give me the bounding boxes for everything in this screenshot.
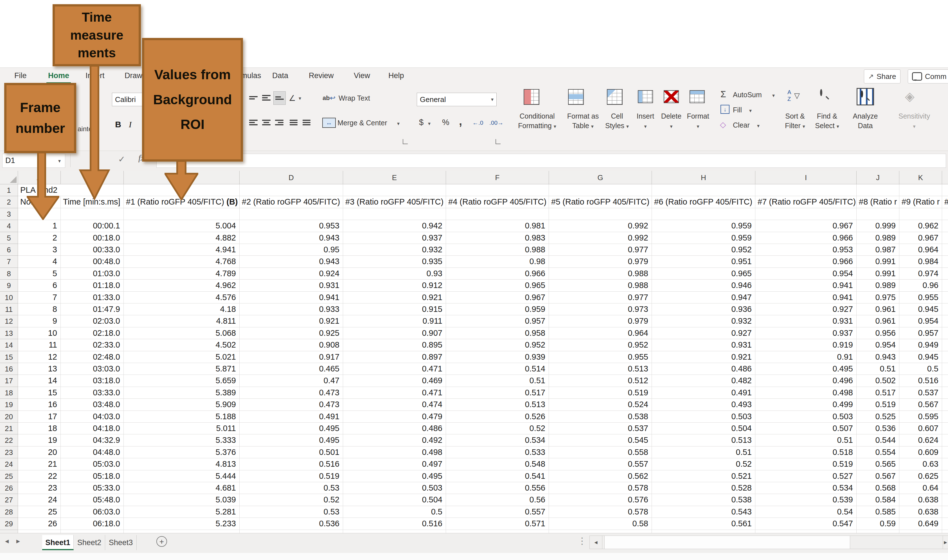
cell-A15[interactable]: 12 — [18, 351, 61, 363]
middle-align-button[interactable] — [260, 91, 272, 104]
cell-C25[interactable]: 5.444 — [124, 470, 239, 482]
cell-F21[interactable]: 0.52 — [446, 423, 549, 434]
hscroll-left-arrow[interactable]: ◂ — [590, 535, 602, 549]
cell-E28[interactable]: 0.5 — [343, 506, 446, 518]
cell-F17[interactable]: 0.51 — [446, 375, 549, 387]
bottom-align-button[interactable] — [273, 91, 286, 105]
cell-I5[interactable]: 0.966 — [755, 232, 857, 244]
column-header-I[interactable]: I — [755, 171, 857, 184]
cell-H27[interactable]: 0.538 — [652, 494, 755, 506]
menu-tab-file[interactable]: File — [13, 69, 28, 82]
column-header-G[interactable]: G — [549, 171, 652, 184]
comma-style-button[interactable]: , — [459, 115, 462, 128]
column-header-edge[interactable] — [942, 171, 948, 184]
cell-G16[interactable]: 0.513 — [549, 363, 652, 375]
cell-J9[interactable]: 0.989 — [857, 280, 899, 291]
cell-A30[interactable] — [18, 530, 61, 533]
cell-J27[interactable]: 0.584 — [857, 494, 899, 506]
cell-E15[interactable]: 0.897 — [343, 351, 446, 363]
cell-B10[interactable]: 01:33.0 — [61, 292, 124, 303]
cell-J12[interactable]: 0.961 — [857, 315, 899, 327]
cell-A7[interactable]: 4 — [18, 256, 61, 268]
cell-B27[interactable]: 05:48.0 — [61, 494, 124, 506]
cell-H30[interactable] — [652, 530, 755, 533]
cell-G14[interactable]: 0.952 — [549, 339, 652, 351]
cell-D16[interactable]: 0.465 — [239, 363, 343, 375]
cell-H17[interactable]: 0.482 — [652, 375, 755, 387]
menu-tab-help[interactable]: Help — [387, 69, 406, 82]
cell-L20[interactable] — [942, 411, 948, 423]
cell-F25[interactable]: 0.541 — [446, 470, 549, 482]
cell-D5[interactable]: 0.943 — [239, 232, 343, 244]
row-header-9[interactable]: 9 — [0, 280, 18, 291]
cell-I9[interactable]: 0.941 — [755, 280, 857, 291]
cell-K2[interactable]: #9 (Ratio r — [899, 196, 942, 208]
cell-E23[interactable]: 0.498 — [343, 446, 446, 458]
cell-B21[interactable]: 04:18.0 — [61, 423, 124, 434]
cell-C6[interactable]: 4.941 — [124, 244, 239, 256]
cell-E16[interactable]: 0.471 — [343, 363, 446, 375]
sort-filter-button[interactable]: Sort & — [780, 112, 811, 120]
cell-B29[interactable]: 06:18.0 — [61, 518, 124, 530]
cell-G21[interactable]: 0.537 — [549, 423, 652, 434]
cell-J29[interactable]: 0.59 — [857, 518, 899, 530]
cell-F26[interactable]: 0.556 — [446, 482, 549, 494]
hscroll-right-arrow[interactable]: ▸ — [943, 535, 948, 549]
cell-E29[interactable]: 0.516 — [343, 518, 446, 530]
cell-B7[interactable]: 00:48.0 — [61, 256, 124, 268]
autosum-button[interactable]: AutoSum — [733, 91, 762, 99]
cell-D1[interactable] — [239, 184, 343, 196]
cell-F18[interactable]: 0.517 — [446, 387, 549, 399]
cell-E20[interactable]: 0.479 — [343, 411, 446, 423]
cell-F7[interactable]: 0.98 — [446, 256, 549, 268]
cell-F6[interactable]: 0.988 — [446, 244, 549, 256]
cell-G25[interactable]: 0.562 — [549, 470, 652, 482]
cell-G17[interactable]: 0.512 — [549, 375, 652, 387]
row-header-21[interactable]: 21 — [0, 423, 18, 434]
cell-F3[interactable] — [446, 208, 549, 220]
cell-F19[interactable]: 0.513 — [446, 399, 549, 411]
cell-H20[interactable]: 0.503 — [652, 411, 755, 423]
cell-G23[interactable]: 0.558 — [549, 446, 652, 458]
cell-B30[interactable] — [61, 530, 124, 533]
cell-F30[interactable] — [446, 530, 549, 533]
cell-K22[interactable]: 0.624 — [899, 434, 942, 446]
cell-C12[interactable]: 4.811 — [124, 315, 239, 327]
insert-button[interactable]: Insert — [633, 112, 658, 120]
sheet-tab-sheet2[interactable]: Sheet2 — [74, 535, 105, 550]
cell-B18[interactable]: 03:33.0 — [61, 387, 124, 399]
column-header-F[interactable]: F — [446, 171, 549, 184]
cell-L11[interactable] — [942, 303, 948, 315]
cell-C8[interactable]: 4.789 — [124, 268, 239, 280]
cell-A11[interactable]: 8 — [18, 303, 61, 315]
cell-I11[interactable]: 0.927 — [755, 303, 857, 315]
cell-F2[interactable]: #4 (Ratio roGFP 405/FITC) — [446, 196, 549, 208]
cell-A28[interactable]: 25 — [18, 506, 61, 518]
cell-K10[interactable]: 0.955 — [899, 292, 942, 303]
cell-I28[interactable]: 0.54 — [755, 506, 857, 518]
cell-A16[interactable]: 13 — [18, 363, 61, 375]
cell-J3[interactable] — [857, 208, 899, 220]
cell-H16[interactable]: 0.486 — [652, 363, 755, 375]
orientation-button[interactable]: ∠ — [287, 92, 297, 104]
row-header-29[interactable]: 29 — [0, 518, 18, 530]
percent-style-button[interactable]: % — [442, 118, 449, 127]
cell-D2[interactable]: #2 (Ratio roGFP 405/FITC) — [239, 196, 343, 208]
clear-button[interactable]: Clear — [733, 121, 750, 129]
tab-scroll-right-icon[interactable]: ▸ — [16, 537, 20, 545]
cell-B5[interactable]: 00:18.0 — [61, 232, 124, 244]
merge-center-button[interactable]: Merge & Center — [338, 119, 387, 127]
cell-E12[interactable]: 0.911 — [343, 315, 446, 327]
italic-button[interactable]: I — [126, 118, 134, 131]
cell-K6[interactable]: 0.964 — [899, 244, 942, 256]
cell-J28[interactable]: 0.585 — [857, 506, 899, 518]
cell-D21[interactable]: 0.495 — [239, 423, 343, 434]
cell-D10[interactable]: 0.941 — [239, 292, 343, 303]
cell-I26[interactable]: 0.534 — [755, 482, 857, 494]
cell-J21[interactable]: 0.536 — [857, 423, 899, 434]
cell-B11[interactable]: 01:47.9 — [61, 303, 124, 315]
column-header-H[interactable]: H — [652, 171, 755, 184]
cell-G6[interactable]: 0.977 — [549, 244, 652, 256]
row-header-11[interactable]: 11 — [0, 303, 18, 315]
cell-A8[interactable]: 5 — [18, 268, 61, 280]
